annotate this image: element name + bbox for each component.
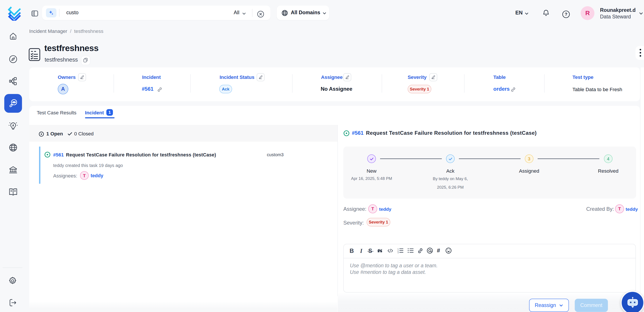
svg-text:3: 3 <box>398 251 399 253</box>
svg-text:?: ? <box>565 12 568 17</box>
